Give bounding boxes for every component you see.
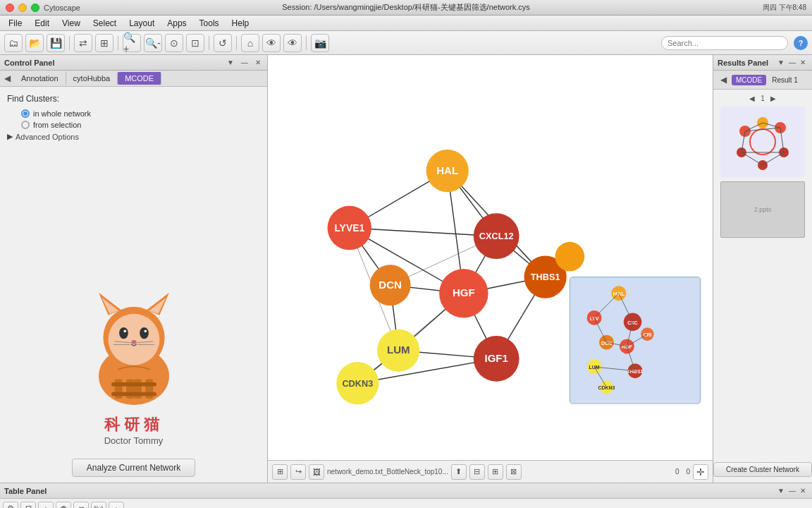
ctrl-tab-mcode[interactable]: MCODE — [118, 72, 161, 85]
net-layout1-btn[interactable]: ⊟ — [469, 464, 485, 480]
svg-text:THBS1: THBS1 — [531, 272, 560, 282]
net-image-btn[interactable]: 🖼 — [309, 464, 324, 480]
toolbar-eye2-btn[interactable]: 👁 — [283, 34, 302, 52]
search-input[interactable] — [661, 36, 788, 50]
menu-view[interactable]: View — [56, 17, 86, 30]
radio-from-selection-dot[interactable] — [21, 121, 30, 129]
toolbar-zoom-out-btn[interactable]: 🔍- — [144, 34, 162, 52]
cat-image-area: 科研猫 Doctor Tommy — [0, 263, 267, 453]
radio-from-selection-label: from selection — [33, 121, 81, 129]
net-grid-btn[interactable]: ⊞ — [272, 464, 288, 480]
coord-y: 0 — [686, 468, 690, 476]
svg-point-10 — [144, 330, 147, 333]
table-add-btn[interactable]: + — [38, 502, 54, 509]
time-display: 周四 下午8:48 — [763, 3, 806, 13]
svg-text:DCN: DCN — [379, 279, 402, 291]
toolbar-refresh-btn[interactable]: ↺ — [214, 34, 232, 52]
table-panel-header: Table Panel ▼ — ✕ — [0, 483, 812, 499]
find-clusters-row: Find Clusters: — [7, 94, 260, 104]
result-nav-left[interactable]: ◀ — [746, 92, 758, 104]
menu-edit[interactable]: Edit — [29, 17, 55, 30]
advanced-options-arrow: ▶ — [7, 132, 13, 141]
results-tab-back[interactable]: ◀ — [716, 72, 730, 87]
net-layout3-btn[interactable]: ⊠ — [506, 464, 522, 480]
network-canvas[interactable]: HAL LYV CXC DCN HGF CRI THBS1 LUM CDKN3 — [268, 55, 713, 483]
net-move-btn[interactable]: ✛ — [693, 464, 708, 480]
radio-whole-network[interactable]: in whole network — [21, 109, 260, 118]
menu-apps[interactable]: Apps — [161, 17, 192, 30]
create-cluster-network-button[interactable]: Create Cluster Network — [713, 462, 812, 477]
network-svg[interactable]: HAL LYV CXC DCN HGF CRI THBS1 LUM CDKN3 — [268, 55, 713, 483]
toolbar-eye-btn[interactable]: 👁 — [262, 34, 281, 52]
title-bar: Cytoscape Session: /Users/wangmingjie/De… — [0, 0, 812, 16]
cat-name-text: 科研猫 — [104, 414, 164, 435]
advanced-options-toggle[interactable]: ▶ Advanced Options — [7, 132, 260, 141]
radio-whole-network-dot[interactable] — [21, 109, 30, 118]
radio-from-selection[interactable]: from selection — [21, 121, 260, 129]
control-panel: Control Panel ▼ — ✕ ◀ Annotation cytoHub… — [0, 55, 268, 483]
toolbar-zoom-sel-btn[interactable]: ⊡ — [186, 34, 204, 52]
ctrl-tab-back-btn[interactable]: ◀ — [0, 71, 14, 86]
window-controls[interactable] — [6, 4, 39, 12]
table-settings-icon[interactable]: ▼ — [775, 486, 787, 495]
results-tab-mcode[interactable]: MCODE — [732, 75, 766, 85]
menu-select[interactable]: Select — [87, 17, 122, 30]
session-path: Session: /Users/wangmingjie/Desktop/科研猫-… — [282, 2, 529, 13]
main-layout: Control Panel ▼ — ✕ ◀ Annotation cytoHub… — [0, 55, 812, 483]
table-panel: Table Panel ▼ — ✕ ⚙ ⊟ + 🗑 ⇔ f(x) ↑ ↕shar… — [0, 483, 812, 508]
table-min-icon[interactable]: — — [787, 486, 798, 495]
toolbar-folder-btn[interactable]: 📂 — [25, 34, 44, 52]
table-formula-btn[interactable]: f(x) — [91, 502, 106, 509]
menu-help[interactable]: Help — [226, 17, 255, 30]
svg-text:LUM: LUM — [387, 344, 410, 356]
svg-text:HAL: HAL — [436, 164, 458, 176]
toolbar-zoom-fit-btn[interactable]: ⊙ — [165, 34, 183, 52]
ctrl-tab-cytohubba[interactable]: cytoHubba — [66, 72, 118, 85]
table-columns-btn[interactable]: ⊟ — [20, 502, 36, 509]
net-export-btn[interactable]: ⬆ — [451, 464, 467, 480]
help-btn[interactable]: ? — [794, 36, 808, 50]
toolbar-net-btn[interactable]: ⇄ — [74, 34, 92, 52]
toolbar-camera-btn[interactable]: 📷 — [311, 34, 329, 52]
control-panel-settings-icon[interactable]: ▼ — [225, 58, 236, 67]
toolbar-zoom-in-btn[interactable]: 🔍+ — [123, 34, 141, 52]
toolbar-save-btn[interactable]: 💾 — [47, 34, 65, 52]
table-link-btn[interactable]: ⇔ — [73, 502, 89, 509]
results-panel-title: Results Panel — [718, 59, 775, 67]
table-toolbar: ⚙ ⊟ + 🗑 ⇔ f(x) ↑ — [0, 499, 812, 508]
table-export-btn[interactable]: ↑ — [109, 502, 124, 509]
result-mini-graph[interactable] — [720, 107, 805, 177]
net-share-btn[interactable]: ↪ — [290, 464, 306, 480]
toolbar-table-btn[interactable]: ⊞ — [95, 34, 113, 52]
results-close-icon[interactable]: ✕ — [798, 58, 808, 67]
network-panel: HAL LYV CXC DCN HGF CRI THBS1 LUM CDKN3 — [268, 55, 713, 483]
results-settings-icon[interactable]: ▼ — [775, 58, 787, 67]
table-panel-title: Table Panel — [4, 487, 775, 495]
net-layout2-btn[interactable]: ⊞ — [488, 464, 503, 480]
menu-file[interactable]: File — [3, 17, 27, 30]
close-btn[interactable] — [6, 4, 14, 12]
toolbar-sep-5 — [306, 36, 307, 50]
table-settings-btn[interactable]: ⚙ — [3, 502, 18, 509]
control-panel-close-icon[interactable]: ✕ — [253, 58, 263, 67]
minimize-btn[interactable] — [18, 4, 27, 12]
svg-point-9 — [123, 330, 126, 333]
maximize-btn[interactable] — [31, 4, 39, 12]
menu-tools[interactable]: Tools — [194, 17, 225, 30]
toolbar-sep-2 — [118, 36, 118, 50]
ctrl-tab-annotation[interactable]: Annotation — [14, 72, 66, 85]
analyze-current-network-button[interactable]: Analyze Current Network — [72, 459, 195, 477]
toolbar-home-btn[interactable]: ⌂ — [241, 34, 259, 52]
table-close-icon[interactable]: ✕ — [798, 486, 808, 495]
cat-subtitle-text: Doctor Tommy — [104, 435, 164, 446]
svg-text:THBS1: THBS1 — [627, 369, 644, 374]
result-nav-right[interactable]: ▶ — [768, 92, 779, 104]
svg-rect-20 — [111, 382, 156, 386]
control-panel-min-icon[interactable]: — — [239, 58, 250, 67]
menu-layout[interactable]: Layout — [123, 17, 160, 30]
table-delete-btn[interactable]: 🗑 — [56, 502, 71, 509]
results-tab-result1[interactable]: Result 1 — [768, 75, 802, 85]
results-min-icon[interactable]: — — [787, 58, 798, 67]
toolbar-open-btn[interactable]: 🗂 — [4, 34, 23, 52]
svg-point-6 — [108, 314, 159, 365]
